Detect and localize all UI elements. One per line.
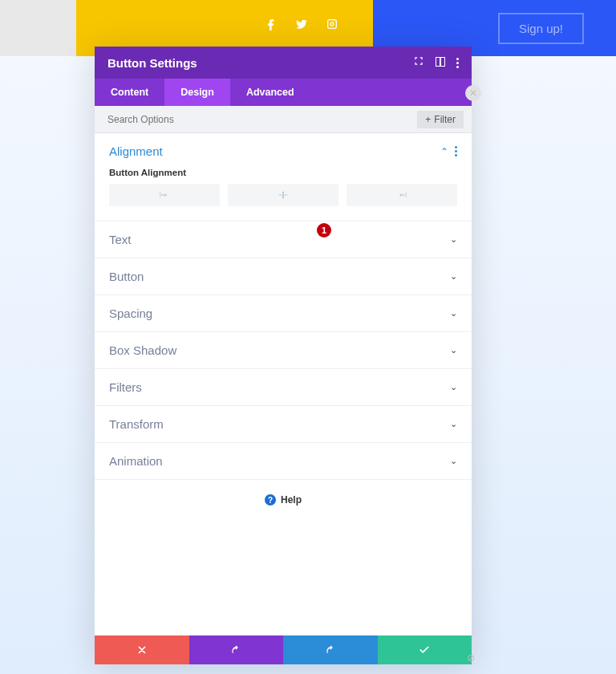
section-title-filters: Filters bbox=[109, 380, 450, 394]
edge-handle-bottom-icon[interactable]: ⊘ bbox=[464, 652, 477, 664]
instagram-icon[interactable] bbox=[326, 18, 338, 34]
chevron-down-icon: ⌄ bbox=[450, 382, 457, 392]
twitter-icon[interactable] bbox=[295, 18, 308, 34]
modal-footer bbox=[95, 635, 472, 664]
search-input[interactable] bbox=[107, 114, 417, 125]
more-icon[interactable] bbox=[456, 58, 459, 68]
redo-button[interactable] bbox=[283, 635, 378, 664]
tab-advanced[interactable]: Advanced bbox=[230, 79, 310, 106]
chevron-down-icon: ⌄ bbox=[450, 345, 457, 355]
undo-button[interactable] bbox=[189, 635, 284, 664]
filter-label: Filter bbox=[434, 114, 456, 125]
settings-modal: Button Settings Content Design Advanced … bbox=[95, 47, 472, 664]
section-title-box-shadow: Box Shadow bbox=[109, 343, 450, 357]
help-label: Help bbox=[281, 494, 302, 506]
signup-button[interactable]: Sign up! bbox=[498, 13, 584, 44]
section-title-spacing: Spacing bbox=[109, 307, 450, 320]
chevron-down-icon: ⌄ bbox=[450, 234, 457, 245]
modal-title: Button Settings bbox=[107, 56, 413, 70]
section-header-alignment[interactable]: Alignment ⌃ bbox=[109, 144, 457, 158]
cancel-button[interactable] bbox=[95, 635, 189, 664]
chevron-down-icon: ⌄ bbox=[450, 456, 457, 466]
chevron-down-icon: ⌄ bbox=[450, 308, 457, 319]
align-left-button[interactable] bbox=[109, 184, 220, 206]
apply-button[interactable] bbox=[378, 635, 472, 664]
expand-icon[interactable] bbox=[413, 55, 424, 70]
chevron-up-icon: ⌃ bbox=[440, 146, 448, 157]
chevron-down-icon: ⌄ bbox=[450, 271, 457, 282]
topbar-left-bg bbox=[0, 0, 76, 56]
section-box-shadow[interactable]: Box Shadow ⌄ bbox=[95, 332, 472, 369]
annotation-badge-1: 1 bbox=[317, 223, 331, 238]
search-row: + Filter bbox=[95, 106, 472, 133]
section-button[interactable]: Button ⌄ bbox=[95, 258, 472, 295]
section-more-icon[interactable] bbox=[455, 146, 457, 156]
section-text[interactable]: Text ⌄ bbox=[95, 221, 472, 258]
section-title-text: Text bbox=[109, 233, 450, 246]
section-animation[interactable]: Animation ⌄ bbox=[95, 443, 472, 480]
align-center-button[interactable] bbox=[228, 184, 338, 206]
help-icon: ? bbox=[265, 494, 276, 506]
panel-body: Alignment ⌃ Button Alignment Text ⌄ bbox=[95, 133, 472, 635]
social-icons bbox=[265, 18, 338, 34]
section-alignment: Alignment ⌃ Button Alignment bbox=[95, 133, 472, 221]
alignment-button-group bbox=[109, 184, 457, 206]
tab-design[interactable]: Design bbox=[164, 79, 230, 106]
section-title-transform: Transform bbox=[109, 417, 450, 431]
responsive-icon[interactable] bbox=[436, 55, 445, 70]
help-row[interactable]: ? Help bbox=[95, 480, 472, 520]
section-transform[interactable]: Transform ⌄ bbox=[95, 406, 472, 443]
chevron-down-icon: ⌄ bbox=[450, 419, 457, 429]
tab-content[interactable]: Content bbox=[95, 79, 164, 106]
section-filters[interactable]: Filters ⌄ bbox=[95, 369, 472, 406]
section-spacing[interactable]: Spacing ⌄ bbox=[95, 295, 472, 332]
alignment-sub-label: Button Alignment bbox=[109, 168, 457, 177]
section-title-button: Button bbox=[109, 270, 450, 283]
facebook-icon[interactable] bbox=[265, 18, 278, 34]
edge-handle-icon[interactable]: ✕ bbox=[465, 85, 481, 101]
modal-header: Button Settings bbox=[95, 47, 472, 79]
tab-bar: Content Design Advanced bbox=[95, 79, 472, 106]
header-icon-group bbox=[413, 55, 459, 70]
section-title-alignment: Alignment bbox=[109, 144, 440, 158]
plus-icon: + bbox=[425, 114, 431, 125]
section-title-animation: Animation bbox=[109, 454, 450, 468]
align-right-button[interactable] bbox=[346, 184, 457, 206]
filter-button[interactable]: + Filter bbox=[417, 111, 464, 128]
